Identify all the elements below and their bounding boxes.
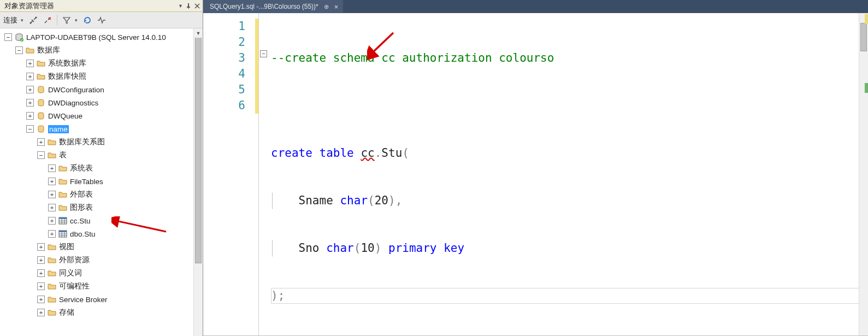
- close-icon[interactable]: [194, 3, 200, 9]
- tree-item[interactable]: +可编程性: [0, 280, 203, 293]
- object-explorer-tree[interactable]: − LAPTOP-UDAEBT9B (SQL Server 14.0.10 − …: [0, 28, 203, 321]
- tree-item[interactable]: +DWQueue: [0, 109, 203, 122]
- line-number: 1: [203, 19, 254, 34]
- folder-icon: [58, 190, 68, 199]
- tree-dbo-stu[interactable]: +dbo.Stu: [0, 227, 203, 240]
- tree-item[interactable]: +系统数据库: [0, 57, 203, 70]
- tree-item[interactable]: +DWConfiguration: [0, 83, 203, 96]
- activity-icon[interactable]: [96, 14, 108, 26]
- document-tabbar: SQLQuery1.sql -...9B\Colourso (55))* ⊕ ×: [203, 0, 868, 13]
- connect-label[interactable]: 连接: [3, 15, 17, 25]
- refresh-icon[interactable]: [81, 14, 93, 26]
- tree-item[interactable]: +存储: [0, 306, 203, 319]
- expander-icon[interactable]: +: [48, 191, 56, 198]
- tree-item[interactable]: +同义词: [0, 267, 203, 280]
- expander-icon[interactable]: −: [4, 33, 12, 41]
- tree-label: 外部资源: [59, 255, 90, 265]
- database-icon: [36, 85, 46, 94]
- tree-label: 数据库: [37, 45, 60, 55]
- tree-item[interactable]: +FileTables: [0, 175, 203, 188]
- filter-dropdown-icon[interactable]: ▾: [75, 17, 79, 23]
- tree-tables-node[interactable]: −表: [0, 149, 203, 162]
- editor-gutter: 1 2 3 4 5 6: [203, 13, 259, 335]
- expander-icon[interactable]: +: [48, 204, 56, 211]
- code-token: primary key: [388, 241, 464, 255]
- tree-item[interactable]: +数据库快照: [0, 70, 203, 83]
- svg-rect-10: [59, 217, 67, 219]
- expander-icon[interactable]: +: [37, 256, 45, 264]
- editor-scrollbar[interactable]: [859, 13, 868, 335]
- expander-icon[interactable]: +: [37, 296, 45, 303]
- tree-item[interactable]: +DWDiagnostics: [0, 96, 203, 109]
- fold-icon[interactable]: −: [260, 50, 267, 57]
- expander-icon[interactable]: +: [48, 230, 56, 238]
- fold-gutter: −: [259, 13, 269, 335]
- tree-name-db[interactable]: −name: [0, 122, 203, 135]
- tree-label: DWConfiguration: [48, 86, 104, 94]
- code-token: Sno: [299, 241, 320, 255]
- expander-icon[interactable]: +: [26, 60, 34, 67]
- expander-icon[interactable]: +: [37, 138, 45, 146]
- scroll-thumb[interactable]: [195, 28, 202, 263]
- expander-icon[interactable]: +: [48, 178, 56, 185]
- folder-icon: [47, 256, 57, 264]
- tree-label: FileTables: [70, 178, 103, 186]
- expander-icon[interactable]: +: [26, 99, 34, 107]
- connect-dropdown-icon[interactable]: ▾: [21, 17, 25, 23]
- pin-icon[interactable]: [185, 3, 192, 9]
- expander-icon[interactable]: −: [26, 125, 34, 133]
- disconnect-icon[interactable]: [42, 14, 54, 26]
- tree-item[interactable]: +Service Broker: [0, 293, 203, 306]
- tree-label: 可编程性: [59, 281, 90, 291]
- tree-item[interactable]: +视图: [0, 240, 203, 254]
- tree-label: 数据库快照: [48, 72, 86, 81]
- expander-icon[interactable]: +: [37, 309, 45, 316]
- tree-label: 同义词: [59, 268, 82, 278]
- svg-rect-0: [188, 7, 188, 9]
- folder-icon: [58, 203, 68, 212]
- expander-icon[interactable]: +: [26, 86, 34, 93]
- table-icon: [58, 216, 68, 225]
- tab-pin-icon[interactable]: ⊕: [324, 3, 329, 10]
- sql-editor[interactable]: 1 2 3 4 5 6 − --create schema cc authori…: [203, 13, 868, 336]
- expander-icon[interactable]: +: [48, 164, 56, 172]
- expander-icon[interactable]: +: [48, 217, 56, 225]
- table-icon: [58, 229, 68, 238]
- tree-server-node[interactable]: − LAPTOP-UDAEBT9B (SQL Server 14.0.10: [0, 31, 203, 44]
- tree-scrollbar[interactable]: ▲ ▼: [193, 28, 203, 336]
- tree-databases-node[interactable]: − 数据库: [0, 44, 203, 57]
- database-icon: [36, 111, 46, 120]
- tree-item[interactable]: +图形表: [0, 201, 203, 214]
- line-number: 3: [203, 50, 254, 66]
- folder-icon: [47, 295, 57, 304]
- line-number: 5: [203, 82, 254, 98]
- expander-icon[interactable]: −: [15, 46, 23, 54]
- tree-cc-stu[interactable]: +cc.Stu: [0, 214, 203, 227]
- svg-point-2: [36, 16, 37, 18]
- code-area[interactable]: --create schema cc authorization colours…: [269, 13, 868, 335]
- tree-label: DWDiagnostics: [48, 99, 98, 107]
- expander-icon[interactable]: +: [37, 282, 45, 290]
- expander-icon[interactable]: +: [37, 269, 45, 277]
- tree-item[interactable]: +外部表: [0, 188, 203, 201]
- tab-close-icon[interactable]: ×: [334, 3, 339, 11]
- expander-icon[interactable]: +: [37, 243, 45, 251]
- expander-icon[interactable]: +: [26, 112, 34, 120]
- tree-item[interactable]: +外部资源: [0, 254, 203, 267]
- tree-label: Service Broker: [59, 296, 108, 304]
- document-tab[interactable]: SQLQuery1.sql -...9B\Colourso (55))* ⊕ ×: [203, 0, 343, 13]
- expander-icon[interactable]: −: [37, 151, 45, 159]
- svg-point-1: [30, 22, 32, 23]
- filter-icon[interactable]: [61, 14, 73, 26]
- dropdown-caret-icon[interactable]: ▼: [178, 3, 183, 9]
- tree-label: name: [48, 125, 69, 133]
- connect-icon[interactable]: [27, 14, 39, 26]
- tree-item[interactable]: +数据库关系图: [0, 135, 203, 149]
- folder-icon: [36, 59, 46, 68]
- tree-label: DWQueue: [48, 112, 82, 120]
- line-number: 6: [203, 98, 254, 114]
- folder-icon: [47, 151, 57, 160]
- code-token: --create schema cc authorization colours…: [271, 51, 554, 64]
- tree-item[interactable]: +系统表: [0, 162, 203, 175]
- expander-icon[interactable]: +: [26, 73, 34, 80]
